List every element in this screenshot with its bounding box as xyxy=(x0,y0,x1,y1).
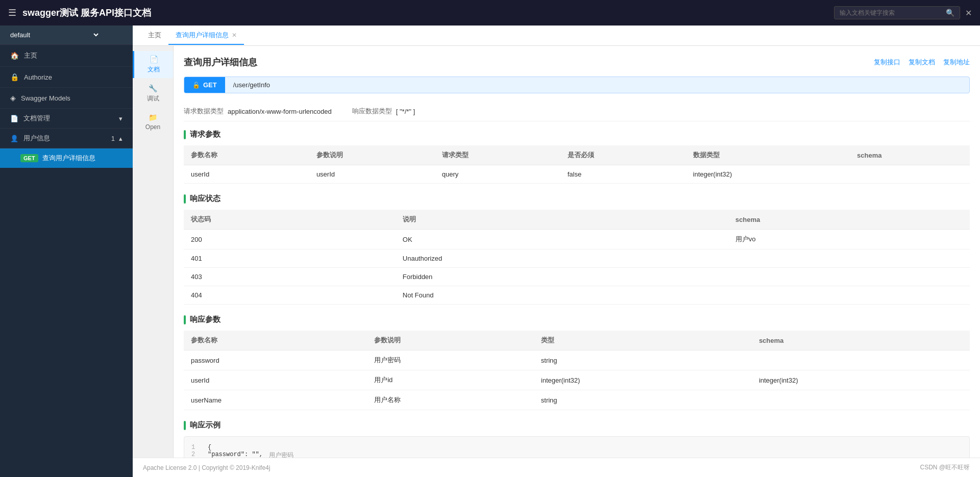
method-label: GET xyxy=(203,81,217,89)
copy-url-button[interactable]: 复制地址 xyxy=(943,58,970,67)
main-content: 主页 查询用户详细信息 ✕ 📄 文档 🔧 调试 📁 xyxy=(133,26,980,477)
table-row: userId userId query false integer(int32) xyxy=(184,165,970,184)
panel-tab-open-label: Open xyxy=(145,123,160,131)
response-example-section: 响应示例 1 { 2 "password": "", 用户密码 xyxy=(184,420,970,458)
code-block: 1 { 2 "password": "", 用户密码 3 "userId": 0… xyxy=(184,436,970,458)
lock-icon: 🔓 xyxy=(192,82,200,89)
project-select[interactable]: default xyxy=(8,31,100,39)
tab-close-icon[interactable]: ✕ xyxy=(232,32,237,39)
copy-api-button[interactable]: 复制接口 xyxy=(874,58,900,67)
request-params-section: 请求参数 参数名称 参数说明 请求类型 是否必须 数据类型 schema xyxy=(184,130,970,184)
status-code: 401 xyxy=(184,249,396,268)
search-box: 🔍 xyxy=(834,6,960,19)
footer-right: CSDN @旺不旺呀 xyxy=(920,463,970,472)
sidebar-item-label: 文档管理 xyxy=(23,114,50,123)
status-code: 200 xyxy=(184,230,396,249)
sidebar-dropdown[interactable]: default xyxy=(0,26,133,45)
request-params-table: 参数名称 参数说明 请求类型 是否必须 数据类型 schema userId xyxy=(184,145,970,184)
resp-param-name: password xyxy=(184,350,367,370)
response-data-type-label: 响应数据类型 xyxy=(352,107,392,116)
sidebar-item-doc-manage[interactable]: 📄 文档管理 ▾ xyxy=(0,109,133,129)
col-resp-desc: 参数说明 xyxy=(367,331,534,350)
doc-tab-icon: 📄 xyxy=(150,55,158,63)
section-bar xyxy=(184,194,186,204)
model-icon: ◈ xyxy=(10,94,16,102)
response-status-section: 响应状态 状态码 说明 schema 200 xyxy=(184,194,970,305)
table-row: 404 Not Found xyxy=(184,286,970,305)
tab-user-detail[interactable]: 查询用户详细信息 ✕ xyxy=(168,27,244,45)
tab-home-label: 主页 xyxy=(148,31,161,40)
header-right: 🔍 ✕ xyxy=(834,6,972,19)
sidebar-item-swagger-models[interactable]: ◈ Swagger Models xyxy=(0,88,133,109)
panel-tab-open[interactable]: 📁 Open xyxy=(133,109,173,135)
response-params-section: 响应参数 参数名称 参数说明 类型 schema xyxy=(184,315,970,410)
table-row: password 用户密码 string xyxy=(184,350,970,370)
layout: default 🏠 主页 🔒 Authorize ◈ Swagger Model… xyxy=(0,26,980,477)
footer-left: Apache License 2.0 | Copyright © 2019-Kn… xyxy=(143,464,270,471)
sidebar-item-label: 用户信息 xyxy=(23,134,50,143)
code-line-2: 2 "password": "", 用户密码 xyxy=(191,451,962,458)
col-required: 是否必须 xyxy=(560,145,686,165)
copy-doc-button[interactable]: 复制文档 xyxy=(909,58,935,67)
sidebar-item-label: 主页 xyxy=(24,51,37,60)
method-badge: GET xyxy=(20,154,38,162)
resp-param-type: string xyxy=(534,350,752,370)
search-icon[interactable]: 🔍 xyxy=(946,9,954,17)
response-data-type-item: 响应数据类型 [ "*/*" ] xyxy=(352,107,415,116)
col-status-desc: 说明 xyxy=(396,210,728,230)
code-content: { xyxy=(208,444,211,451)
menu-icon[interactable]: ☰ xyxy=(8,7,16,18)
api-path: /user/getInfo xyxy=(225,77,969,93)
col-param-desc: 参数说明 xyxy=(309,145,435,165)
api-content: 查询用户详细信息 复制接口 复制文档 复制地址 🔓 GET /user/getI… xyxy=(174,46,980,458)
code-comment: 用户密码 xyxy=(269,451,293,458)
content-area: 📄 文档 🔧 调试 📁 Open 查询用户详细信息 复制 xyxy=(133,46,980,458)
col-resp-type: 类型 xyxy=(534,331,752,350)
request-params-title-text: 请求参数 xyxy=(190,130,220,139)
sidebar-item-authorize[interactable]: 🔒 Authorize xyxy=(0,67,133,88)
resp-param-desc: 用户名称 xyxy=(367,390,534,410)
param-type[interactable]: query xyxy=(435,165,560,184)
status-code: 404 xyxy=(184,286,396,305)
close-icon[interactable]: ✕ xyxy=(965,8,972,18)
status-desc: Forbidden xyxy=(396,268,728,286)
col-data-type: 数据类型 xyxy=(686,145,850,165)
resp-param-name: userId xyxy=(184,370,367,390)
response-params-title: 响应参数 xyxy=(184,315,970,324)
col-param-name: 参数名称 xyxy=(184,145,309,165)
chevron-down-icon: ▾ xyxy=(119,115,122,122)
request-data-type-item: 请求数据类型 application/x-www-form-urlencoded xyxy=(184,107,332,116)
resp-param-type: integer(int32) xyxy=(534,370,752,390)
response-params-table: 参数名称 参数说明 类型 schema password 用户密码 string xyxy=(184,331,970,410)
footer: Apache License 2.0 | Copyright © 2019-Kn… xyxy=(133,458,980,477)
left-panel: 📄 文档 🔧 调试 📁 Open xyxy=(133,46,174,458)
search-input[interactable] xyxy=(840,9,942,16)
response-example-title-text: 响应示例 xyxy=(190,420,220,430)
status-desc: OK xyxy=(396,230,728,249)
user-info-badge: 1 xyxy=(111,135,115,142)
response-example-title: 响应示例 xyxy=(184,420,970,430)
sidebar-sub-item-get-user-detail[interactable]: GET 查询用户详细信息 xyxy=(0,148,133,168)
response-data-type-value: [ "*/*" ] xyxy=(396,108,415,115)
sidebar-item-user-info[interactable]: 👤 用户信息 1 ▴ xyxy=(0,129,133,148)
status-schema: 用户vo xyxy=(728,230,970,249)
status-schema xyxy=(728,268,970,286)
table-row: 401 Unauthorized xyxy=(184,249,970,268)
method-button[interactable]: 🔓 GET xyxy=(184,77,225,93)
test-tab-icon: 🔧 xyxy=(149,84,157,92)
table-row: userName 用户名称 string xyxy=(184,390,970,410)
resp-param-name: userName xyxy=(184,390,367,410)
code-line-1: 1 { xyxy=(191,444,962,451)
panel-tab-doc[interactable]: 📄 文档 xyxy=(133,51,173,78)
open-tab-icon: 📁 xyxy=(149,113,157,121)
sidebar-item-home[interactable]: 🏠 主页 xyxy=(0,45,133,67)
panel-tab-test[interactable]: 🔧 调试 xyxy=(133,80,173,107)
response-status-table: 状态码 说明 schema 200 OK 用户vo xyxy=(184,210,970,305)
status-desc: Unauthorized xyxy=(396,249,728,268)
section-bar xyxy=(184,315,186,324)
resp-param-schema: integer(int32) xyxy=(752,370,970,390)
resp-param-schema xyxy=(752,350,970,370)
tab-home[interactable]: 主页 xyxy=(141,27,168,45)
table-row: userId 用户id integer(int32) integer(int32… xyxy=(184,370,970,390)
param-schema xyxy=(850,165,970,184)
